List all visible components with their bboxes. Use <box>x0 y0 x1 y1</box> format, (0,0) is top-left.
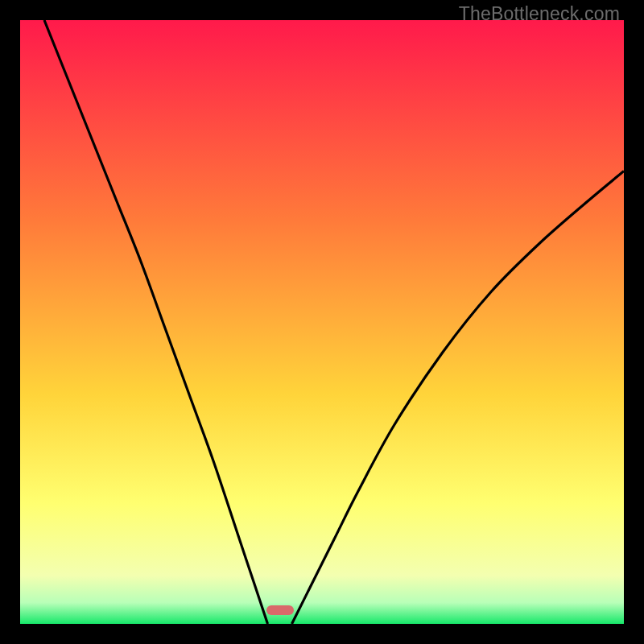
svg-rect-0 <box>20 20 624 624</box>
minimum-marker <box>266 605 294 615</box>
gradient-background <box>20 20 624 624</box>
watermark-text: TheBottleneck.com <box>459 3 620 25</box>
chart-frame <box>20 20 624 624</box>
